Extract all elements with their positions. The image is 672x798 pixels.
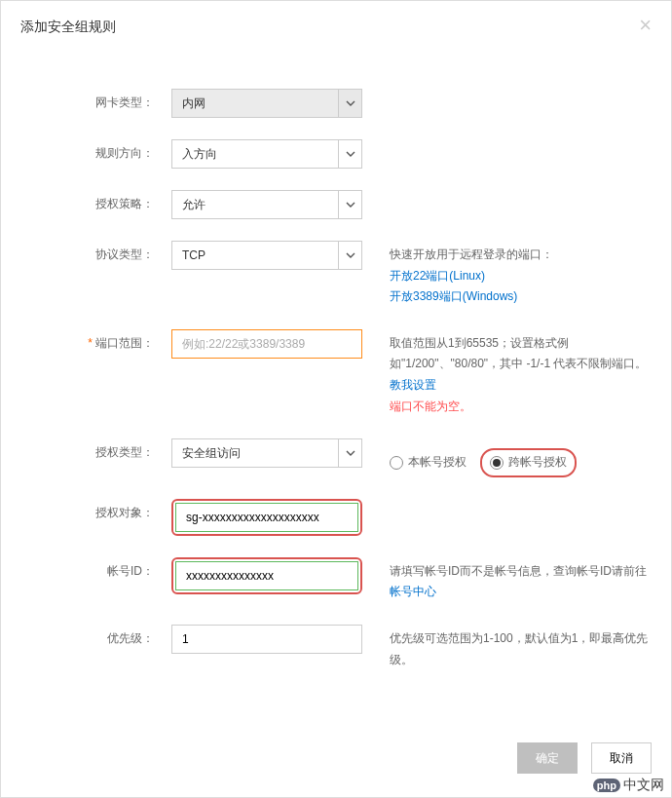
direction-select[interactable]: 入方向 [171, 139, 362, 169]
chevron-down-icon [338, 90, 361, 117]
auth-radio-group: 本帐号授权 跨帐号授权 [390, 442, 652, 477]
nic-type-value: 内网 [182, 95, 205, 112]
label-policy: 授权策略： [20, 190, 171, 212]
control-auth-type: 安全组访问 [171, 438, 362, 468]
auth-object-input-wrap [175, 503, 358, 532]
account-help: 请填写帐号ID而不是帐号信息，查询帐号ID请前往 帐号中心 [362, 557, 652, 603]
row-auth-type: 授权类型： 安全组访问 本帐号授权 跨帐号授权 [20, 438, 652, 477]
port-input[interactable] [182, 330, 352, 358]
dialog-header: 添加安全组规则 × [1, 1, 671, 50]
row-account-id: 帐号ID： 请填写帐号ID而不是帐号信息，查询帐号ID请前往 帐号中心 [20, 557, 652, 603]
dialog: 添加安全组规则 × 网卡类型： 内网 规则方向： 入方向 [0, 0, 672, 798]
auth-type-value: 安全组访问 [182, 445, 241, 462]
highlight-cross-account: 跨帐号授权 [480, 448, 577, 477]
cancel-button[interactable]: 取消 [591, 742, 652, 774]
radio-own-account[interactable]: 本帐号授权 [390, 452, 467, 474]
auth-object-input[interactable] [186, 504, 348, 531]
close-icon[interactable]: × [639, 15, 652, 36]
auth-type-select[interactable]: 安全组访问 [171, 438, 362, 468]
chevron-down-icon [338, 242, 361, 269]
direction-value: 入方向 [182, 146, 217, 163]
control-port [171, 329, 362, 359]
port-help-text: 取值范围从1到65535；设置格式例如"1/200"、"80/80"，其中 -1… [390, 336, 647, 371]
watermark-php: php [593, 779, 620, 792]
link-open-port-3389[interactable]: 开放3389端口(Windows) [390, 289, 517, 303]
label-direction: 规则方向： [20, 139, 171, 162]
row-policy: 授权策略： 允许 [20, 190, 652, 219]
row-priority: 优先级： 优先级可选范围为1-100，默认值为1，即最高优先级。 [20, 625, 652, 670]
highlight-account-id [171, 557, 362, 594]
control-policy: 允许 [171, 190, 362, 219]
priority-input-wrap [171, 625, 362, 654]
watermark-cn: 中文网 [623, 777, 664, 794]
link-open-port-22[interactable]: 开放22端口(Linux) [390, 269, 485, 283]
label-nic-type: 网卡类型： [20, 89, 171, 111]
control-direction: 入方向 [171, 139, 362, 169]
label-protocol: 协议类型： [20, 241, 171, 263]
row-auth-object: 授权对象： [20, 499, 652, 536]
dialog-footer: 确定 取消 [1, 727, 671, 797]
label-port: *端口范围： [20, 329, 171, 352]
policy-select[interactable]: 允许 [171, 190, 362, 219]
radio-icon [490, 456, 504, 470]
port-help: 取值范围从1到65535；设置格式例如"1/200"、"80/80"，其中 -1… [362, 329, 652, 417]
label-account-id: 帐号ID： [20, 557, 171, 580]
label-auth-type: 授权类型： [20, 438, 171, 461]
ok-button[interactable]: 确定 [517, 742, 578, 774]
dialog-body: 网卡类型： 内网 规则方向： 入方向 授权策略： [1, 50, 671, 727]
account-id-input-wrap [175, 561, 358, 590]
control-priority [171, 625, 362, 654]
priority-help: 优先级可选范围为1-100，默认值为1，即最高优先级。 [362, 625, 652, 670]
control-auth-object [171, 499, 362, 536]
chevron-down-icon [338, 439, 361, 467]
chevron-down-icon [338, 191, 361, 218]
link-teach-me[interactable]: 教我设置 [390, 378, 436, 392]
port-input-wrap [171, 329, 362, 359]
account-help-text: 请填写帐号ID而不是帐号信息，查询帐号ID请前往 [390, 564, 647, 578]
radio-cross-label: 跨帐号授权 [508, 452, 567, 474]
control-account-id [171, 557, 362, 594]
link-account-center[interactable]: 帐号中心 [390, 585, 436, 598]
protocol-select[interactable]: TCP [171, 241, 362, 270]
row-direction: 规则方向： 入方向 [20, 139, 652, 169]
radio-cross-account[interactable]: 跨帐号授权 [490, 452, 567, 474]
dialog-title: 添加安全组规则 [20, 19, 116, 34]
radio-icon [390, 456, 403, 470]
row-protocol: 协议类型： TCP 快速开放用于远程登录的端口： 开放22端口(Linux) 开… [20, 241, 652, 308]
control-nic-type: 内网 [171, 89, 362, 118]
priority-input[interactable] [182, 626, 352, 653]
highlight-auth-object [171, 499, 362, 536]
account-id-input[interactable] [186, 562, 348, 589]
label-auth-object: 授权对象： [20, 499, 171, 521]
row-nic-type: 网卡类型： 内网 [20, 89, 652, 118]
chevron-down-icon [338, 140, 361, 168]
row-port: *端口范围： 取值范围从1到65535；设置格式例如"1/200"、"80/80… [20, 329, 652, 417]
radio-own-label: 本帐号授权 [408, 452, 467, 474]
policy-value: 允许 [182, 197, 205, 213]
watermark: php 中文网 [593, 777, 664, 794]
auth-radio-help: 本帐号授权 跨帐号授权 [362, 438, 652, 477]
label-priority: 优先级： [20, 625, 171, 647]
protocol-value: TCP [182, 248, 205, 262]
nic-type-select[interactable]: 内网 [171, 89, 362, 118]
protocol-help-intro: 快速开放用于远程登录的端口： [390, 245, 652, 266]
protocol-help: 快速开放用于远程登录的端口： 开放22端口(Linux) 开放3389端口(Wi… [362, 241, 652, 308]
control-protocol: TCP [171, 241, 362, 270]
port-error: 端口不能为空。 [390, 397, 652, 418]
